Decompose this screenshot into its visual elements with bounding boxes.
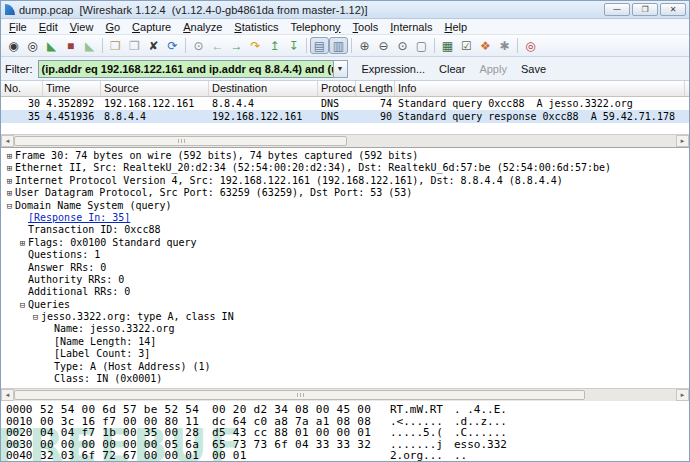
column-header-source[interactable]: Source: [101, 81, 209, 96]
resize-columns-icon[interactable]: ▢: [412, 37, 431, 54]
apply-button[interactable]: Apply: [479, 63, 507, 75]
filter-input[interactable]: (ip.addr eq 192.168.122.161 and ip.addr …: [38, 60, 334, 78]
tree-row[interactable]: Transaction ID: 0xcc88: [1, 224, 689, 236]
menu-help[interactable]: Help: [438, 21, 473, 33]
packet-list-hscrollbar[interactable]: ◄ ►: [1, 134, 689, 147]
column-header-destination[interactable]: Destination: [209, 81, 318, 96]
capture-options-icon[interactable]: ◎: [23, 37, 42, 54]
go-to-bottom-icon[interactable]: ↧: [284, 37, 303, 54]
detail-hscrollbar[interactable]: ◄ ►: [1, 388, 689, 401]
tree-row[interactable]: ⊟jesso.3322.org: type A, class IN: [1, 311, 689, 323]
tree-row[interactable]: ⊟Domain Name System (query): [1, 200, 689, 212]
save-file-icon[interactable]: ❐: [125, 37, 144, 54]
menu-go[interactable]: Go: [99, 21, 126, 33]
scrollbar-track[interactable]: [14, 135, 676, 147]
tree-row[interactable]: Questions: 1: [1, 249, 689, 261]
preferences-icon[interactable]: ✱: [495, 37, 514, 54]
collapse-minus-icon[interactable]: ⊟: [4, 200, 15, 212]
tree-row[interactable]: Name: jesso.3322.org: [1, 323, 689, 335]
column-header-no[interactable]: No.: [1, 81, 43, 96]
tree-row[interactable]: Additional RRs: 0: [1, 286, 689, 298]
menu-telephony[interactable]: Telephony: [284, 21, 346, 33]
coloring-rules-icon[interactable]: ❖: [476, 37, 495, 54]
tree-row[interactable]: Answer RRs: 0: [1, 262, 689, 274]
menu-file[interactable]: File: [3, 21, 33, 33]
scroll-right-arrow-icon[interactable]: ►: [676, 135, 689, 147]
tree-row[interactable]: Type: A (Host Address) (1): [1, 361, 689, 373]
zoom-out-icon[interactable]: ⊖: [374, 37, 393, 54]
tree-row[interactable]: ⊟Queries: [1, 299, 689, 311]
hex-row-0040[interactable]: 004032 03 6f 72 67 00 00 0100 012.org...…: [1, 450, 689, 462]
collapse-minus-icon[interactable]: ⊟: [17, 299, 28, 311]
column-header-time[interactable]: Time: [43, 81, 101, 96]
tree-row[interactable]: ⊞User Datagram Protocol, Src Port: 63259…: [1, 187, 689, 199]
menu-analyze[interactable]: Analyze: [177, 21, 228, 33]
tree-row[interactable]: Authority RRs: 0: [1, 274, 689, 286]
column-header-protocol[interactable]: Protocol: [318, 81, 356, 96]
close-file-icon[interactable]: ✘: [144, 37, 163, 54]
expand-plus-icon[interactable]: ⊞: [4, 162, 15, 174]
menu-tools[interactable]: Tools: [347, 21, 385, 33]
menu-internals[interactable]: Internals: [384, 21, 438, 33]
go-back-icon[interactable]: ←: [208, 37, 227, 54]
scrollbar-track[interactable]: [14, 389, 676, 401]
hex-row-0020[interactable]: 002004 04 f7 1b 00 35 00 28d5 43 cc 88 0…: [1, 427, 689, 439]
tree-row[interactable]: ⊞Flags: 0x0100 Standard query: [1, 237, 689, 249]
tree-row[interactable]: [Label Count: 3]: [1, 348, 689, 360]
scrollbar-thumb[interactable]: [14, 136, 347, 146]
restart-capture-icon[interactable]: ◣: [80, 37, 99, 54]
colorize-toggle-icon[interactable]: ▤: [310, 37, 329, 54]
expand-plus-icon[interactable]: ⊞: [17, 237, 28, 249]
column-header-info[interactable]: Info: [395, 81, 685, 96]
packet-row-30[interactable]: 304.352892192.168.122.1618.8.4.4DNS74Sta…: [1, 97, 689, 110]
menu-edit[interactable]: Edit: [33, 21, 64, 33]
go-to-packet-icon[interactable]: ↷: [246, 37, 265, 54]
packet-row-35[interactable]: 354.4519368.8.4.4192.168.122.161DNS90Sta…: [1, 110, 689, 123]
expand-plus-icon[interactable]: ⊞: [4, 175, 15, 187]
tree-row[interactable]: ⊞Frame 30: 74 bytes on wire (592 bits), …: [1, 150, 689, 162]
open-file-icon[interactable]: ❒: [106, 37, 125, 54]
tree-row-label: Answer RRs: 0: [28, 262, 106, 274]
zoom-100-icon[interactable]: ⊙: [393, 37, 412, 54]
scroll-left-arrow-icon[interactable]: ◄: [1, 389, 14, 401]
list-interfaces-icon[interactable]: ◉: [4, 37, 23, 54]
find-packet-icon[interactable]: ⊙: [189, 37, 208, 54]
tree-row[interactable]: [Name Length: 14]: [1, 336, 689, 348]
tree-row[interactable]: ⊞Ethernet II, Src: RealtekU_20:d2:34 (52…: [1, 162, 689, 174]
collapse-minus-icon[interactable]: ⊟: [30, 311, 41, 323]
help-icon[interactable]: ◎: [521, 37, 540, 54]
menu-view[interactable]: View: [64, 21, 100, 33]
hex-row-0000[interactable]: 000052 54 00 6d 57 be 52 5400 20 d2 34 0…: [1, 404, 689, 416]
packet-cell: 90: [356, 110, 395, 123]
filter-dropdown-button[interactable]: ▼: [333, 60, 348, 78]
packet-cell: 4.451936: [43, 110, 101, 123]
tree-row[interactable]: [Response In: 35]: [1, 212, 689, 224]
autoscroll-toggle-icon[interactable]: ▥: [329, 37, 348, 54]
scroll-right-arrow-icon[interactable]: ►: [676, 389, 689, 401]
zoom-in-icon[interactable]: ⊕: [355, 37, 374, 54]
display-filter-icon[interactable]: ☑: [457, 37, 476, 54]
scroll-left-arrow-icon[interactable]: ◄: [1, 135, 14, 147]
expand-plus-icon[interactable]: ⊞: [4, 187, 15, 199]
tree-row[interactable]: Class: IN (0x0001): [1, 373, 689, 385]
menu-statistics[interactable]: Statistics: [228, 21, 284, 33]
stop-capture-icon[interactable]: ■: [61, 37, 80, 54]
minimize-button[interactable]: —: [604, 3, 630, 16]
clear-button[interactable]: Clear: [439, 63, 465, 75]
reload-icon[interactable]: ⟳: [163, 37, 182, 54]
restore-button[interactable]: ❐: [632, 3, 658, 16]
capture-filter-icon[interactable]: ▦: [438, 37, 457, 54]
menu-capture[interactable]: Capture: [126, 21, 177, 33]
response-in-link[interactable]: [Response In: 35]: [28, 212, 130, 224]
start-capture-icon[interactable]: ◣: [42, 37, 61, 54]
tree-row-label: Domain Name System (query): [15, 200, 172, 212]
expand-plus-icon[interactable]: ⊞: [4, 150, 15, 162]
save-button[interactable]: Save: [521, 63, 546, 75]
tree-row[interactable]: ⊞Internet Protocol Version 4, Src: 192.1…: [1, 175, 689, 187]
column-header-length[interactable]: Length: [356, 81, 395, 96]
go-to-top-icon[interactable]: ↥: [265, 37, 284, 54]
close-button[interactable]: ✕: [660, 3, 686, 16]
scrollbar-thumb[interactable]: [14, 390, 585, 400]
expression-button[interactable]: Expression...: [362, 63, 426, 75]
go-forward-icon[interactable]: →: [227, 37, 246, 54]
